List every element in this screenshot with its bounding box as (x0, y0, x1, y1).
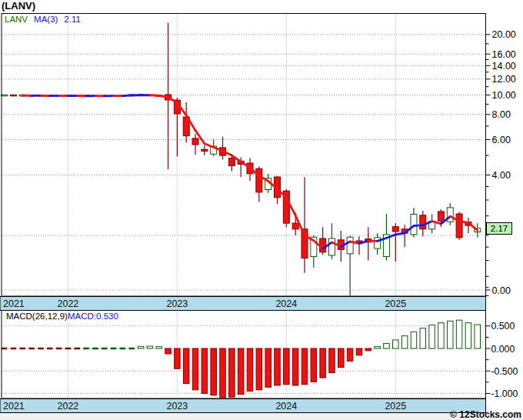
macd-bar (456, 320, 462, 348)
macd-bar (265, 348, 271, 387)
macd-legend-label: MACD(26,12,9) (6, 312, 68, 321)
price-axis-label: 14.00 (492, 61, 516, 72)
ma-line-segment (122, 95, 132, 96)
legend-ma-value: 2.11 (64, 15, 81, 24)
price-axis-label: 8.00 (492, 109, 511, 120)
year-label: 2023 (166, 401, 188, 412)
price-axis-label: 10.00 (492, 90, 516, 101)
macd-bar-dash (83, 348, 89, 350)
legend-ma-label: MA(3) (34, 15, 58, 24)
macd-bar (202, 348, 208, 394)
macd-bar-dash (47, 348, 53, 350)
macd-bar (156, 347, 162, 348)
price-axis-label: 16.00 (492, 49, 516, 60)
macd-bar-dash (120, 348, 126, 350)
macd-bar (384, 344, 390, 348)
candle (228, 158, 235, 166)
candle (10, 95, 16, 96)
macd-bar (347, 348, 353, 361)
macd-axis-label: 0.000 (491, 344, 515, 355)
macd-bar (165, 348, 172, 354)
footer-strip (0, 413, 523, 420)
candle (202, 149, 208, 151)
last-price-badge: 2.17 (486, 222, 512, 235)
macd-bar (284, 348, 290, 385)
year-label: 2021 (3, 298, 25, 309)
price-axis-label: 12.00 (492, 74, 516, 85)
macd-bar (420, 328, 426, 348)
macd-bar (256, 348, 262, 390)
ma-line-segment (150, 95, 159, 96)
stock-chart: 20.0016.0014.0012.0010.008.006.004.000.0… (0, 0, 523, 420)
year-label: 2024 (275, 401, 297, 412)
macd-bar (475, 325, 481, 348)
macd-bar (247, 348, 253, 392)
candle (328, 238, 335, 255)
macd-bar-dash (65, 348, 72, 350)
candle (292, 223, 298, 229)
macd-bar (147, 346, 153, 348)
candle (347, 237, 353, 254)
price-axis-label: 0.00 (492, 285, 511, 296)
macd-bar-dash (11, 348, 17, 350)
macd-bar-dash (20, 348, 26, 350)
macd-bar-dash (128, 348, 135, 350)
macd-bar (220, 348, 226, 398)
candle (420, 215, 426, 229)
candle (392, 227, 398, 232)
year-label: 2021 (3, 401, 25, 412)
macd-bar (365, 348, 371, 351)
macd-bar-dash (111, 348, 117, 350)
macd-bar-dash (28, 348, 35, 350)
candle (411, 214, 417, 234)
year-label: 2025 (385, 401, 406, 412)
candle (438, 212, 444, 221)
candle (2, 95, 8, 96)
macd-bar-dash (74, 348, 80, 350)
legend-symbol: LANV (5, 15, 28, 24)
ma-line-segment (459, 222, 468, 223)
chart-canvas: 20.0016.0014.0012.0010.008.006.004.000.0… (0, 0, 523, 420)
ma-line-segment (395, 233, 405, 235)
macd-bar-dash (2, 348, 8, 350)
macd-bar (138, 346, 144, 348)
macd-bar (320, 348, 326, 378)
year-label: 2022 (58, 298, 79, 309)
macd-bar (401, 336, 408, 348)
year-label: 2022 (58, 401, 79, 412)
macd-bar (292, 348, 298, 385)
ma-line-segment (468, 222, 478, 230)
macd-bar (229, 348, 235, 397)
candle (192, 138, 198, 145)
page-title: (LANV) (2, 0, 35, 12)
candle (256, 168, 262, 192)
macd-axis-label: -0.500 (491, 366, 518, 377)
macd-bar (356, 348, 362, 355)
price-axis-label: 6.00 (492, 135, 511, 145)
macd-bar-dash (56, 348, 62, 350)
macd-bar (448, 321, 454, 348)
year-label: 2024 (275, 298, 297, 309)
candle (320, 238, 326, 252)
macd-bar-dash (38, 348, 44, 350)
macd-bar (238, 348, 244, 395)
macd-bar (211, 348, 217, 395)
macd-bar (192, 348, 198, 390)
price-axis-label: 20.00 (492, 29, 516, 40)
year-label: 2023 (166, 298, 188, 309)
macd-bar (275, 348, 281, 385)
macd-bar (393, 340, 399, 348)
macd-bar (183, 348, 189, 384)
year-label: 2025 (385, 298, 406, 309)
macd-bar-dash (92, 348, 98, 350)
candle (456, 214, 462, 238)
macd-bar-dash (102, 348, 108, 350)
macd-axis-label: 0.500 (491, 321, 515, 332)
price-legend: LANVMA(3)2.11 (5, 15, 81, 24)
macd-bar (301, 348, 308, 385)
macd-bar (465, 323, 471, 348)
ma-line-segment (205, 144, 214, 148)
macd-bar (311, 348, 317, 382)
watermark: © 12Stocks.com (450, 409, 521, 420)
macd-bar (429, 325, 435, 348)
